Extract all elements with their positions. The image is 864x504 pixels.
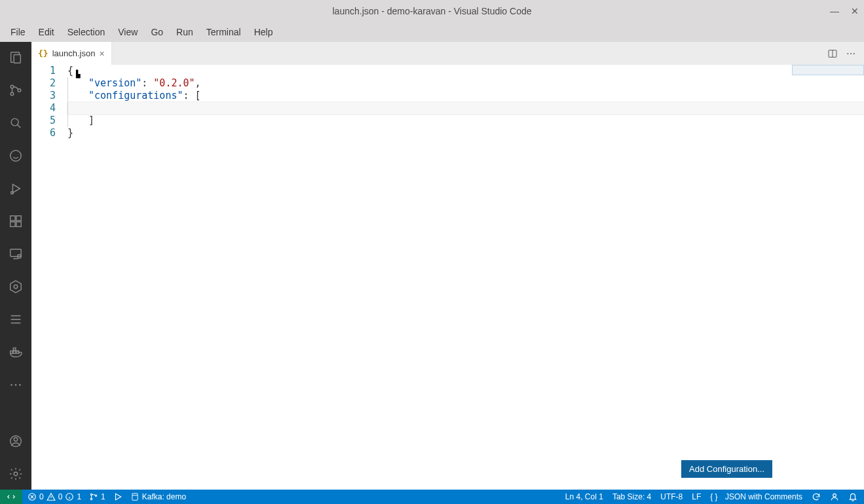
code-line[interactable]: "configurations": [ <box>67 90 864 102</box>
menu-help[interactable]: Help <box>248 24 280 40</box>
tab-launch-json[interactable]: {} launch.json × <box>31 42 112 65</box>
editor-actions <box>819 42 864 65</box>
extensions-icon[interactable] <box>0 211 31 232</box>
error-count: 0 <box>39 492 44 501</box>
svg-rect-18 <box>10 351 13 353</box>
svg-point-24 <box>19 384 21 386</box>
cursor-position[interactable]: Ln 4, Col 1 <box>565 492 603 501</box>
svg-rect-21 <box>13 348 16 351</box>
json-file-icon: {} <box>38 48 48 58</box>
menu-view[interactable]: View <box>111 24 144 40</box>
code-line[interactable]: { <box>67 65 864 77</box>
code-content[interactable]: ▙ {"version": "0.2.0","configurations": … <box>67 65 864 490</box>
code-editor[interactable]: 123456 ▙ {"version": "0.2.0","configurat… <box>31 65 864 490</box>
code-line[interactable]: ] <box>67 115 864 127</box>
svg-point-5 <box>10 151 22 162</box>
menubar: File Edit Selection View Go Run Terminal… <box>0 22 864 42</box>
window-title: launch.json - demo-karavan - Visual Stud… <box>332 6 531 16</box>
accounts-icon[interactable] <box>0 431 31 452</box>
svg-point-40 <box>90 494 92 495</box>
line-number-gutter: 123456 <box>31 65 67 490</box>
remote-explorer-icon[interactable] <box>0 243 31 264</box>
svg-point-3 <box>18 89 21 92</box>
lang-icon: { } <box>710 492 717 501</box>
git-branch-count: 1 <box>101 492 105 501</box>
window-controls: — ✕ <box>830 0 859 22</box>
line-number: 3 <box>31 90 56 102</box>
tab-label: launch.json <box>52 48 96 58</box>
svg-point-31 <box>850 53 852 54</box>
svg-rect-19 <box>13 351 16 353</box>
svg-point-2 <box>10 92 14 96</box>
split-editor-icon[interactable] <box>827 48 838 59</box>
code-line[interactable] <box>67 102 864 115</box>
info-count: 1 <box>77 492 81 501</box>
svg-point-6 <box>11 192 14 194</box>
menu-file[interactable]: File <box>4 24 32 40</box>
line-number: 2 <box>31 77 56 90</box>
svg-point-32 <box>854 53 855 54</box>
close-button[interactable]: ✕ <box>851 6 859 16</box>
activity-bar <box>0 42 31 490</box>
svg-point-30 <box>847 53 848 54</box>
kubernetes-icon[interactable] <box>0 276 31 297</box>
code-line[interactable]: "version": "0.2.0", <box>67 77 864 90</box>
editor-area: {} launch.json × 123456 ▙ {"version": "0… <box>31 42 864 490</box>
svg-point-45 <box>833 494 836 497</box>
menu-run[interactable]: Run <box>170 24 200 40</box>
svg-point-1 <box>10 85 14 88</box>
svg-point-27 <box>14 472 18 476</box>
run-debug-icon[interactable] <box>0 178 31 199</box>
line-number: 5 <box>31 115 56 127</box>
encoding[interactable]: UTF-8 <box>660 492 683 501</box>
warning-count: 0 <box>58 492 63 501</box>
editor-more-icon[interactable] <box>846 48 856 59</box>
lang-label: JSON with Comments <box>725 492 802 501</box>
line-number: 4 <box>31 102 56 115</box>
bell-icon[interactable] <box>848 492 857 501</box>
debug-start-icon[interactable] <box>113 492 122 501</box>
svg-point-14 <box>14 285 18 289</box>
menu-selection[interactable]: Selection <box>61 24 112 40</box>
svg-rect-10 <box>16 216 21 221</box>
svg-rect-0 <box>14 54 20 63</box>
kafka-status[interactable]: Kafka: demo <box>130 492 186 501</box>
tab-size[interactable]: Tab Size: 4 <box>612 492 651 501</box>
line-number: 1 <box>31 65 56 77</box>
menu-edit[interactable]: Edit <box>32 24 61 40</box>
git-branch-status[interactable]: 1 <box>89 492 105 501</box>
docker-icon[interactable] <box>0 342 31 363</box>
settings-gear-icon[interactable] <box>0 463 31 484</box>
list-icon[interactable] <box>0 309 31 330</box>
remote-indicator[interactable] <box>0 490 22 504</box>
sync-icon[interactable] <box>812 492 821 501</box>
symbol-icon[interactable] <box>0 145 31 166</box>
menu-terminal[interactable]: Terminal <box>200 24 248 40</box>
eol[interactable]: LF <box>692 492 701 501</box>
code-line[interactable]: } <box>67 127 864 139</box>
line-number: 6 <box>31 127 56 139</box>
titlebar: launch.json - demo-karavan - Visual Stud… <box>0 0 864 22</box>
svg-point-23 <box>15 384 17 386</box>
scm-icon[interactable] <box>0 80 31 101</box>
svg-rect-11 <box>10 249 22 257</box>
svg-marker-13 <box>10 281 22 293</box>
explorer-icon[interactable] <box>0 47 31 68</box>
language-mode[interactable]: { } JSON with Comments <box>710 492 802 501</box>
svg-rect-8 <box>10 222 15 226</box>
add-configuration-button[interactable]: Add Configuration... <box>681 460 772 478</box>
status-bar: 0 0 1 1 Kafka: demo Ln 4, Col 1 Tab Size… <box>0 490 864 504</box>
tab-close-icon[interactable]: × <box>99 48 104 59</box>
minimize-button[interactable]: — <box>830 6 839 16</box>
menu-go[interactable]: Go <box>144 24 170 40</box>
svg-point-22 <box>10 384 12 386</box>
problems-status[interactable]: 0 0 1 <box>28 492 81 501</box>
svg-point-26 <box>14 438 18 442</box>
svg-point-4 <box>11 118 18 126</box>
search-icon[interactable] <box>0 113 31 134</box>
svg-rect-7 <box>10 216 15 221</box>
kafka-label: Kafka: demo <box>142 492 186 501</box>
svg-rect-9 <box>16 222 21 226</box>
more-icon[interactable] <box>0 374 31 395</box>
feedback-icon[interactable] <box>830 492 839 501</box>
